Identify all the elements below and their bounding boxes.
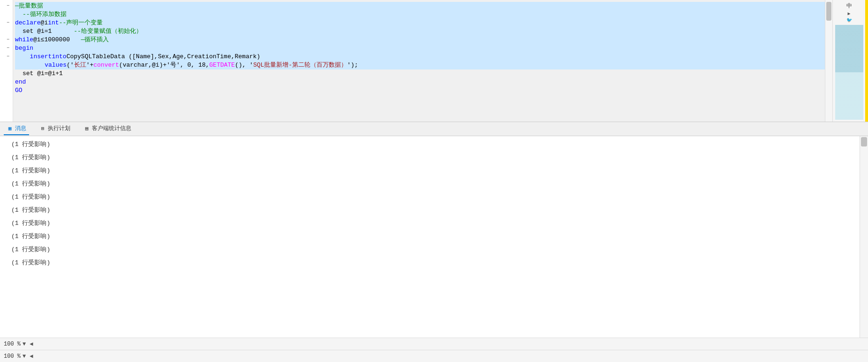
code-line-3: declare @i int --声明一个变量 bbox=[15, 19, 825, 27]
code-cm-3: --声明一个变量 bbox=[59, 19, 103, 27]
tab-stats-label: 客户端统计信息 bbox=[92, 124, 131, 132]
tab-execution-plan[interactable]: ⊞ 执行计划 bbox=[37, 123, 73, 135]
code-plain-9: set @i=@i+1 bbox=[23, 69, 63, 78]
zoom-dropdown-editor[interactable]: ▼ bbox=[23, 353, 26, 360]
results-content: (1 行受影响) (1 行受影响) (1 行受影响) (1 行受影响) (1 行… bbox=[0, 136, 860, 338]
results-tabs: ▦ 消息 ⊞ 执行计划 ▤ 客户端统计信息 bbox=[0, 122, 868, 136]
code-kw-into: into bbox=[52, 53, 66, 61]
code-kw-go: GO bbox=[15, 86, 23, 95]
tab-messages[interactable]: ▦ 消息 bbox=[4, 123, 29, 135]
code-text-1: —批量数据 bbox=[15, 2, 43, 10]
code-plain-8d: (varchar,@i)+'号', 0, 18, bbox=[119, 61, 209, 69]
stats-icon: ▤ bbox=[83, 125, 90, 132]
code-plain-8b: (' bbox=[67, 61, 74, 69]
results-zoom-bar: 100 % ▼ ◀ bbox=[0, 338, 868, 350]
line-num-1: − bbox=[6, 2, 11, 10]
result-line-5: (1 行受影响) bbox=[0, 191, 860, 204]
results-scrollbar-thumb[interactable] bbox=[861, 137, 867, 146]
code-line-4: set @i=1 --给变量赋值（初始化） bbox=[15, 27, 825, 36]
results-scrollbar[interactable] bbox=[860, 136, 868, 338]
editor-zoom-bar: 100 % ▼ ◀ bbox=[0, 350, 868, 362]
code-line-1: —批量数据 bbox=[15, 2, 825, 10]
collapse-btn-11 bbox=[6, 88, 10, 93]
collapse-btn-2 bbox=[6, 12, 10, 17]
code-line-9: set @i=@i+1 bbox=[15, 69, 825, 78]
code-line-7: insert into CopySQL​TableData ([Name],Se… bbox=[15, 53, 825, 61]
code-kw-values: values bbox=[45, 61, 67, 69]
collapse-btn-7[interactable]: − bbox=[6, 54, 10, 59]
plan-icon: ⊞ bbox=[39, 125, 46, 132]
line-num-3: − bbox=[6, 19, 11, 27]
line-num-8 bbox=[6, 61, 11, 69]
code-str-8b: SQL批量新增-第二轮（百万数据） bbox=[253, 61, 347, 69]
code-plain-5a: @i≤1000000 bbox=[33, 36, 81, 44]
zoom-label-editor: 100 % bbox=[4, 353, 21, 360]
code-line-10: end bbox=[15, 78, 825, 86]
result-line-9: (1 行受影响) bbox=[0, 243, 860, 256]
code-content[interactable]: —批量数据 --循环添加数据 declare @i int --声明一个变量 s… bbox=[13, 0, 825, 122]
minimap-preview bbox=[835, 25, 863, 120]
code-kw-declare: declare bbox=[15, 19, 41, 27]
tab-messages-label: 消息 bbox=[15, 124, 26, 132]
line-num-7: − bbox=[6, 53, 11, 61]
line-num-2 bbox=[6, 10, 11, 19]
line-num-11 bbox=[6, 86, 11, 95]
zoom-dropdown-results[interactable]: ▼ bbox=[23, 341, 26, 347]
line-num-4 bbox=[6, 27, 11, 36]
result-line-4: (1 行受影响) bbox=[0, 177, 860, 191]
result-line-8: (1 行受影响) bbox=[0, 230, 860, 243]
code-cm-5: —循环插入 bbox=[81, 36, 109, 44]
msg-icon: ▦ bbox=[7, 125, 13, 132]
code-plain-4a: set @i=1 bbox=[23, 27, 52, 36]
code-kw-end: end bbox=[15, 78, 26, 86]
code-plain-8c: '+ bbox=[86, 61, 94, 69]
editor-scrollbar[interactable] bbox=[825, 0, 832, 122]
code-fn-convert: convert bbox=[93, 61, 119, 69]
code-kw-while: while bbox=[15, 36, 33, 44]
code-plain-4b bbox=[52, 27, 74, 36]
collapse-btn-8 bbox=[6, 63, 10, 68]
code-plain-7a bbox=[23, 53, 30, 61]
line-num-5: − bbox=[6, 36, 11, 44]
collapse-btn-6[interactable]: − bbox=[6, 46, 10, 51]
code-cm-4: --给变量赋值（初始化） bbox=[74, 27, 142, 36]
editor-outer: − − − − − bbox=[0, 0, 868, 122]
results-outer: ▦ 消息 ⊞ 执行计划 ▤ 客户端统计信息 (1 行受影响) (1 行受影响) … bbox=[0, 122, 868, 350]
zoom-scroll-left[interactable]: ◀ bbox=[30, 353, 33, 360]
collapse-btn-4 bbox=[6, 29, 10, 34]
tab-client-stats[interactable]: ▤ 客户端统计信息 bbox=[81, 123, 134, 135]
scrollbar-track bbox=[825, 0, 832, 122]
collapse-btn-1[interactable]: − bbox=[6, 4, 10, 8]
result-line-3: (1 行受影响) bbox=[0, 164, 860, 177]
code-plain-8e: (), ' bbox=[235, 61, 253, 69]
result-line-6: (1 行受影响) bbox=[0, 204, 860, 217]
yellow-bar bbox=[865, 0, 868, 122]
line-num-9 bbox=[6, 69, 11, 78]
results-scroll-left[interactable]: ◀ bbox=[30, 340, 33, 347]
collapse-btn-9 bbox=[6, 71, 10, 76]
line-numbers: − − − − − bbox=[0, 0, 13, 122]
code-plain-7c: CopySQL​TableData ([Name],Sex,Age,Creati… bbox=[67, 53, 260, 61]
code-str-8a: 长江 bbox=[74, 61, 86, 69]
collapse-btn-5[interactable]: − bbox=[6, 38, 10, 42]
collapse-btn-3[interactable]: − bbox=[6, 21, 10, 25]
code-line-2: --循环添加数据 bbox=[15, 10, 825, 19]
minimap-arrow-right: ▶ bbox=[847, 11, 850, 16]
minimap: 中 ▶ 🐦 bbox=[832, 0, 865, 122]
line-num-6: − bbox=[6, 44, 11, 53]
result-line-1: (1 行受影响) bbox=[0, 138, 860, 151]
code-line-5: while @i≤1000000 —循环插入 bbox=[15, 36, 825, 44]
code-line-6: begin bbox=[15, 44, 825, 53]
result-line-10: (1 行受影响) bbox=[0, 256, 860, 270]
code-plain-8a bbox=[30, 61, 45, 69]
code-line-11: GO bbox=[15, 86, 825, 95]
minimap-zh-label: 中 bbox=[846, 2, 852, 10]
results-area: (1 行受影响) (1 行受影响) (1 行受影响) (1 行受影响) (1 行… bbox=[0, 136, 868, 338]
scrollbar-thumb[interactable] bbox=[826, 2, 831, 21]
result-line-7: (1 行受影响) bbox=[0, 217, 860, 230]
code-text-2: --循环添加数据 bbox=[23, 10, 67, 19]
tab-plan-label: 执行计划 bbox=[48, 124, 70, 132]
code-plain-8f: '); bbox=[347, 61, 358, 69]
code-line-8: values (' 长江 '+ convert (varchar,@i)+'号'… bbox=[15, 61, 825, 69]
code-kw-begin: begin bbox=[15, 44, 33, 53]
